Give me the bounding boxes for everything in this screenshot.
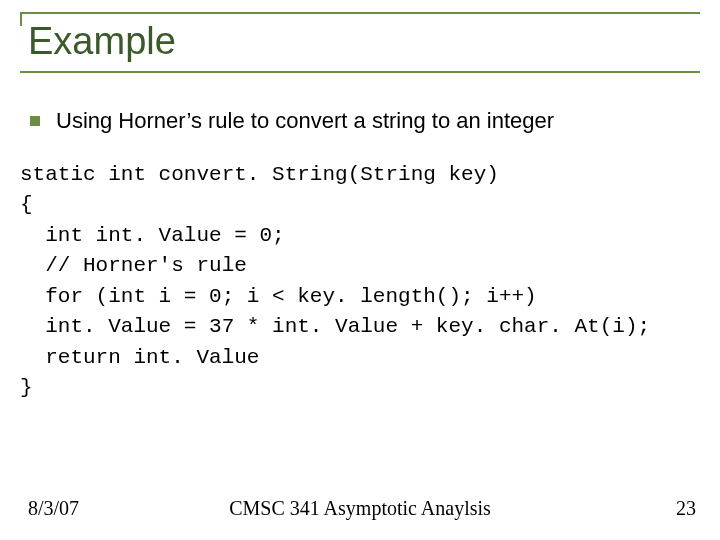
footer: 8/3/07 CMSC 341 Asymptotic Anaylsis 23	[0, 497, 720, 520]
code-line: // Horner's rule	[20, 254, 247, 277]
title-tick	[20, 12, 22, 26]
title-rule-top	[20, 12, 700, 14]
slide: Example Using Horner’s rule to convert a…	[0, 0, 720, 540]
code-line: return int. Value	[20, 346, 259, 369]
title-block: Example	[20, 12, 700, 73]
code-line: static int convert. String(String key)	[20, 163, 499, 186]
code-line: for (int i = 0; i < key. length(); i++)	[20, 285, 537, 308]
footer-page-number: 23	[676, 497, 696, 520]
bullet-row: Using Horner’s rule to convert a string …	[30, 108, 690, 134]
footer-date: 8/3/07	[28, 497, 79, 520]
footer-center: CMSC 341 Asymptotic Anaylsis	[0, 497, 720, 520]
bullet-text: Using Horner’s rule to convert a string …	[56, 108, 554, 134]
slide-title: Example	[28, 20, 700, 63]
code-line: int int. Value = 0;	[20, 224, 285, 247]
slide-body: Using Horner’s rule to convert a string …	[30, 108, 690, 404]
code-line: int. Value = 37 * int. Value + key. char…	[20, 315, 650, 338]
code-block: static int convert. String(String key) {…	[20, 160, 690, 404]
code-line: {	[20, 193, 33, 216]
code-line: }	[20, 376, 33, 399]
bullet-icon	[30, 116, 40, 126]
title-rule-bottom	[20, 71, 700, 73]
